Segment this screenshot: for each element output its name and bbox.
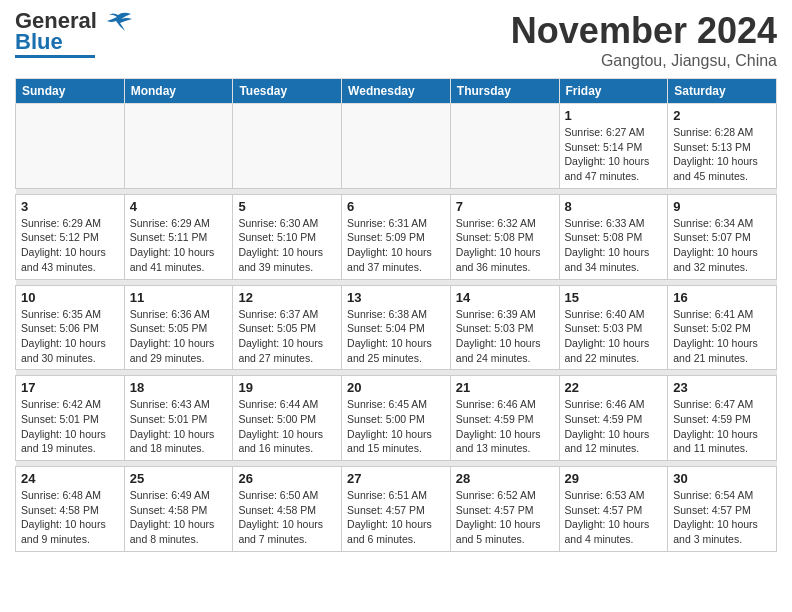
day-info: Sunrise: 6:52 AM Sunset: 4:57 PM Dayligh… <box>456 488 554 547</box>
day-number: 12 <box>238 290 336 305</box>
day-number: 15 <box>565 290 663 305</box>
day-number: 30 <box>673 471 771 486</box>
header: General Blue November 2024 Gangtou, Jian… <box>15 10 777 70</box>
day-info: Sunrise: 6:39 AM Sunset: 5:03 PM Dayligh… <box>456 307 554 366</box>
day-info: Sunrise: 6:47 AM Sunset: 4:59 PM Dayligh… <box>673 397 771 456</box>
week-row-2: 3Sunrise: 6:29 AM Sunset: 5:12 PM Daylig… <box>16 194 777 279</box>
day-number: 7 <box>456 199 554 214</box>
logo-blue-text: Blue <box>15 31 63 53</box>
day-info: Sunrise: 6:37 AM Sunset: 5:05 PM Dayligh… <box>238 307 336 366</box>
calendar-cell: 12Sunrise: 6:37 AM Sunset: 5:05 PM Dayli… <box>233 285 342 370</box>
logo-underline <box>15 55 95 58</box>
calendar-cell <box>124 104 233 189</box>
calendar-cell: 10Sunrise: 6:35 AM Sunset: 5:06 PM Dayli… <box>16 285 125 370</box>
day-info: Sunrise: 6:33 AM Sunset: 5:08 PM Dayligh… <box>565 216 663 275</box>
calendar-cell: 22Sunrise: 6:46 AM Sunset: 4:59 PM Dayli… <box>559 376 668 461</box>
weekday-header-saturday: Saturday <box>668 79 777 104</box>
day-number: 24 <box>21 471 119 486</box>
day-number: 6 <box>347 199 445 214</box>
day-number: 19 <box>238 380 336 395</box>
day-number: 10 <box>21 290 119 305</box>
calendar-cell: 3Sunrise: 6:29 AM Sunset: 5:12 PM Daylig… <box>16 194 125 279</box>
day-number: 16 <box>673 290 771 305</box>
day-number: 1 <box>565 108 663 123</box>
calendar-cell: 9Sunrise: 6:34 AM Sunset: 5:07 PM Daylig… <box>668 194 777 279</box>
week-row-5: 24Sunrise: 6:48 AM Sunset: 4:58 PM Dayli… <box>16 467 777 552</box>
day-number: 9 <box>673 199 771 214</box>
day-number: 11 <box>130 290 228 305</box>
day-number: 4 <box>130 199 228 214</box>
calendar-cell: 4Sunrise: 6:29 AM Sunset: 5:11 PM Daylig… <box>124 194 233 279</box>
day-info: Sunrise: 6:45 AM Sunset: 5:00 PM Dayligh… <box>347 397 445 456</box>
calendar-cell: 15Sunrise: 6:40 AM Sunset: 5:03 PM Dayli… <box>559 285 668 370</box>
calendar-cell: 6Sunrise: 6:31 AM Sunset: 5:09 PM Daylig… <box>342 194 451 279</box>
calendar-cell: 24Sunrise: 6:48 AM Sunset: 4:58 PM Dayli… <box>16 467 125 552</box>
calendar-cell: 17Sunrise: 6:42 AM Sunset: 5:01 PM Dayli… <box>16 376 125 461</box>
day-number: 27 <box>347 471 445 486</box>
day-number: 2 <box>673 108 771 123</box>
day-info: Sunrise: 6:48 AM Sunset: 4:58 PM Dayligh… <box>21 488 119 547</box>
weekday-header-tuesday: Tuesday <box>233 79 342 104</box>
week-row-4: 17Sunrise: 6:42 AM Sunset: 5:01 PM Dayli… <box>16 376 777 461</box>
calendar-cell: 20Sunrise: 6:45 AM Sunset: 5:00 PM Dayli… <box>342 376 451 461</box>
weekday-header-friday: Friday <box>559 79 668 104</box>
day-info: Sunrise: 6:51 AM Sunset: 4:57 PM Dayligh… <box>347 488 445 547</box>
day-number: 28 <box>456 471 554 486</box>
day-info: Sunrise: 6:50 AM Sunset: 4:58 PM Dayligh… <box>238 488 336 547</box>
calendar-cell: 14Sunrise: 6:39 AM Sunset: 5:03 PM Dayli… <box>450 285 559 370</box>
day-number: 18 <box>130 380 228 395</box>
day-info: Sunrise: 6:38 AM Sunset: 5:04 PM Dayligh… <box>347 307 445 366</box>
day-info: Sunrise: 6:36 AM Sunset: 5:05 PM Dayligh… <box>130 307 228 366</box>
day-number: 20 <box>347 380 445 395</box>
location: Gangtou, Jiangsu, China <box>511 52 777 70</box>
calendar-cell <box>233 104 342 189</box>
calendar-cell: 8Sunrise: 6:33 AM Sunset: 5:08 PM Daylig… <box>559 194 668 279</box>
calendar-cell <box>450 104 559 189</box>
day-number: 13 <box>347 290 445 305</box>
calendar-cell: 28Sunrise: 6:52 AM Sunset: 4:57 PM Dayli… <box>450 467 559 552</box>
calendar-cell: 26Sunrise: 6:50 AM Sunset: 4:58 PM Dayli… <box>233 467 342 552</box>
day-info: Sunrise: 6:41 AM Sunset: 5:02 PM Dayligh… <box>673 307 771 366</box>
weekday-header-sunday: Sunday <box>16 79 125 104</box>
day-info: Sunrise: 6:34 AM Sunset: 5:07 PM Dayligh… <box>673 216 771 275</box>
calendar-cell: 25Sunrise: 6:49 AM Sunset: 4:58 PM Dayli… <box>124 467 233 552</box>
day-number: 8 <box>565 199 663 214</box>
title-area: November 2024 Gangtou, Jiangsu, China <box>511 10 777 70</box>
day-number: 22 <box>565 380 663 395</box>
month-title: November 2024 <box>511 10 777 52</box>
day-number: 26 <box>238 471 336 486</box>
day-number: 29 <box>565 471 663 486</box>
day-number: 25 <box>130 471 228 486</box>
day-number: 23 <box>673 380 771 395</box>
day-info: Sunrise: 6:27 AM Sunset: 5:14 PM Dayligh… <box>565 125 663 184</box>
calendar-cell: 11Sunrise: 6:36 AM Sunset: 5:05 PM Dayli… <box>124 285 233 370</box>
calendar-cell <box>342 104 451 189</box>
day-info: Sunrise: 6:40 AM Sunset: 5:03 PM Dayligh… <box>565 307 663 366</box>
day-number: 5 <box>238 199 336 214</box>
calendar-cell: 30Sunrise: 6:54 AM Sunset: 4:57 PM Dayli… <box>668 467 777 552</box>
day-info: Sunrise: 6:49 AM Sunset: 4:58 PM Dayligh… <box>130 488 228 547</box>
day-number: 3 <box>21 199 119 214</box>
week-row-3: 10Sunrise: 6:35 AM Sunset: 5:06 PM Dayli… <box>16 285 777 370</box>
calendar-cell: 16Sunrise: 6:41 AM Sunset: 5:02 PM Dayli… <box>668 285 777 370</box>
calendar-cell: 2Sunrise: 6:28 AM Sunset: 5:13 PM Daylig… <box>668 104 777 189</box>
weekday-header-row: SundayMondayTuesdayWednesdayThursdayFrid… <box>16 79 777 104</box>
day-info: Sunrise: 6:28 AM Sunset: 5:13 PM Dayligh… <box>673 125 771 184</box>
calendar-cell: 29Sunrise: 6:53 AM Sunset: 4:57 PM Dayli… <box>559 467 668 552</box>
calendar-cell: 27Sunrise: 6:51 AM Sunset: 4:57 PM Dayli… <box>342 467 451 552</box>
day-number: 17 <box>21 380 119 395</box>
calendar-cell: 1Sunrise: 6:27 AM Sunset: 5:14 PM Daylig… <box>559 104 668 189</box>
day-info: Sunrise: 6:31 AM Sunset: 5:09 PM Dayligh… <box>347 216 445 275</box>
weekday-header-monday: Monday <box>124 79 233 104</box>
calendar: SundayMondayTuesdayWednesdayThursdayFrid… <box>15 78 777 552</box>
logo-bird-icon <box>103 11 133 33</box>
day-number: 21 <box>456 380 554 395</box>
calendar-cell: 13Sunrise: 6:38 AM Sunset: 5:04 PM Dayli… <box>342 285 451 370</box>
calendar-cell: 7Sunrise: 6:32 AM Sunset: 5:08 PM Daylig… <box>450 194 559 279</box>
calendar-cell: 21Sunrise: 6:46 AM Sunset: 4:59 PM Dayli… <box>450 376 559 461</box>
calendar-cell: 19Sunrise: 6:44 AM Sunset: 5:00 PM Dayli… <box>233 376 342 461</box>
day-info: Sunrise: 6:43 AM Sunset: 5:01 PM Dayligh… <box>130 397 228 456</box>
day-info: Sunrise: 6:35 AM Sunset: 5:06 PM Dayligh… <box>21 307 119 366</box>
calendar-cell: 18Sunrise: 6:43 AM Sunset: 5:01 PM Dayli… <box>124 376 233 461</box>
logo: General Blue <box>15 10 133 58</box>
